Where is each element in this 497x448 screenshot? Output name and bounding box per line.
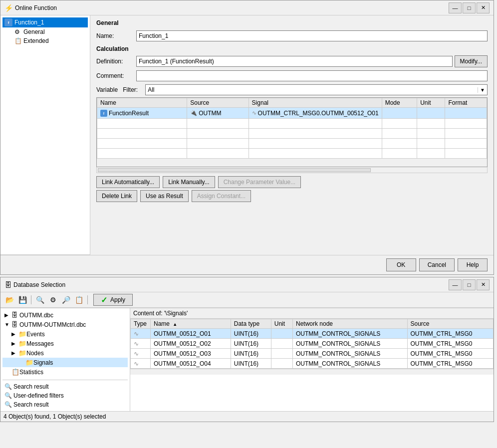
right-form-panel: General Name: Calculation Definition: Mo… [90,15,494,255]
db-left-panel: ▶ 🗄 OUTMM.dbc ▼ 🗄 OUTMM-OUTMMctrl.dbc ▶ … [0,308,130,411]
db-footer: 4 Object(s) found, 1 Object(s) selected [0,411,494,422]
db-col-type[interactable]: Type [131,319,151,329]
tree-item-general[interactable]: ⚙ General [2,27,88,36]
db-tree-search2[interactable]: 🔍 Search result [2,400,128,409]
tb-search-btn[interactable]: 🔍 [34,294,46,305]
help-btn[interactable]: Help [458,258,488,271]
db-table-row[interactable]: ∿ OUTMM_00512_O04 UINT(16) OUTMM_CONTROL… [131,359,494,369]
cell-unit [417,108,445,119]
db-table-row[interactable]: ∿ OUTMM_00512_O02 UINT(16) OUTMM_CONTROL… [131,339,494,349]
db-maximize-btn[interactable]: □ [463,279,476,290]
title-bar: ⚡ Online Function — □ ✕ [0,0,494,15]
col-unit[interactable]: Unit [417,98,445,108]
db-col-datatype[interactable]: Data type [231,319,271,329]
table-row-empty [97,149,487,159]
change-param-btn[interactable]: Change Parameter Value... [218,176,301,188]
cancel-btn[interactable]: Cancel [419,258,455,271]
signal-type-icon-4: ∿ [134,360,139,367]
tree-general-label: General [23,28,45,35]
cell-name: f FunctionResult [97,108,187,119]
ok-btn[interactable]: OK [386,258,416,271]
db-cell-name-3: OUTMM_00512_O03 [151,349,231,359]
search-icon-2: 🔍 [4,401,12,408]
expand-messages[interactable]: ▶ [11,341,18,346]
db-tree-signals[interactable]: 📁 Signals [2,358,128,367]
db-close-btn[interactable]: ✕ [477,279,490,290]
col-mode[interactable]: Mode [382,98,417,108]
expand-nodes[interactable]: ▶ [11,350,18,356]
db-cell-source-2: OUTMM_CTRL_MSG0 [407,339,493,349]
db-tree-user-filters[interactable]: 🔍 User-defined filters [2,391,128,400]
definition-input[interactable] [136,56,453,67]
expand-icon-2[interactable]: ▼ [4,322,11,327]
comment-input[interactable] [136,70,488,81]
db-table-row[interactable]: ∿ OUTMM_00512_O03 UINT(16) OUTMM_CONTROL… [131,349,494,359]
comment-label: Comment: [96,72,136,79]
col-source[interactable]: Source [187,98,248,108]
db-tree-statistics[interactable]: 📋 Statistics [2,367,128,377]
db-minimize-btn[interactable]: — [449,279,462,290]
source-icon: 🔌 [190,110,197,116]
db-cell-network-2: OUTMM_CONTROL_SIGNALS [293,339,408,349]
close-btn[interactable]: ✕ [477,2,490,13]
db-toolbar: 📂 💾 🔍 ⚙ 🔎 📋 ✓ Apply [0,292,494,308]
signal-type-icon-2: ∿ [134,340,139,347]
use-result-btn[interactable]: Use as Result [140,190,189,202]
link-manual-btn[interactable]: Link Manually... [163,176,215,188]
tb-open-btn[interactable]: 📂 [3,294,15,305]
link-auto-btn[interactable]: Link Automatically... [96,176,160,188]
modify-btn[interactable]: Modify... [455,55,488,67]
search-icon-1: 🔍 [4,383,12,390]
tree-item-extended[interactable]: 📋 Extended [2,36,88,45]
minimize-btn[interactable]: — [449,2,462,13]
db-tree-outmm-dbc[interactable]: ▶ 🗄 OUTMM.dbc [2,310,128,320]
col-name[interactable]: Name [97,98,187,108]
assign-const-btn[interactable]: Assign Constant... [192,190,251,202]
expand-icon[interactable]: ▶ [4,312,11,318]
filter-dropdown-arrow[interactable]: ▼ [478,87,487,93]
db-col-unit[interactable]: Unit [271,319,292,329]
db-cell-datatype-4: UINT(16) [231,359,271,369]
delete-link-btn[interactable]: Delete Link [96,190,137,202]
tb-clip-btn[interactable]: 📋 [73,294,85,305]
db-col-name[interactable]: Name ▲ [151,319,231,329]
cell-format [445,108,487,119]
db-horizontal-scrollbar[interactable] [130,369,494,375]
db-table-row[interactable]: ∿ OUTMM_00512_O01 UINT(16) OUTMM_CONTROL… [131,329,494,339]
db-col-source[interactable]: Source [407,319,493,329]
db-tree-outmm-ctrl-dbc[interactable]: ▼ 🗄 OUTMM-OUTMMctrl.dbc [2,320,128,329]
tb-sep1 [31,295,31,304]
table-row[interactable]: f FunctionResult 🔌 OUTMM [97,108,487,119]
calculation-section-title: Calculation [96,45,488,52]
definition-label: Definition: [96,58,136,65]
action-buttons-row2: Delete Link Use as Result Assign Constan… [96,190,488,202]
signal-type-icon-3: ∿ [134,350,139,357]
apply-btn[interactable]: ✓ Apply [93,294,133,306]
maximize-btn[interactable]: □ [463,2,476,13]
db-tree-search1[interactable]: 🔍 Search result [2,382,128,391]
db-col-network[interactable]: Network node [293,319,408,329]
tree-item-function1[interactable]: f Function_1 [2,17,88,27]
db-tree-events[interactable]: ▶ 📁 Events [2,329,128,339]
db-tree-messages[interactable]: ▶ 📁 Messages [2,339,128,348]
col-format[interactable]: Format [445,98,487,108]
folder-icon-stats: 📋 [11,368,19,376]
tb-zoom-btn[interactable]: 🔎 [60,294,72,305]
tb-settings-btn[interactable]: ⚙ [47,294,59,305]
db-selection-dialog: 🗄 Database Selection — □ ✕ 📂 💾 🔍 ⚙ 🔎 📋 ✓… [0,277,494,422]
name-input[interactable] [136,30,488,41]
signal-wave-icon: ∿ [252,110,256,116]
db-title-controls: — □ ✕ [449,279,490,290]
col-signal[interactable]: Signal [248,98,382,108]
expand-events[interactable]: ▶ [11,331,18,337]
tb-save-btn[interactable]: 💾 [16,294,28,305]
db-cell-unit-4 [271,359,292,369]
row-func-icon: f [100,110,107,117]
app-title: Online Function [15,4,57,11]
statistics-label: Statistics [19,369,43,376]
db-content-header: Content of: '\Signals' [130,308,494,319]
general-icon: ⚙ [14,28,21,35]
tree-root-label: Function_1 [14,19,44,26]
db-tree-nodes[interactable]: ▶ 📁 Nodes [2,348,128,358]
folder-icon-signals: 📁 [25,359,33,366]
